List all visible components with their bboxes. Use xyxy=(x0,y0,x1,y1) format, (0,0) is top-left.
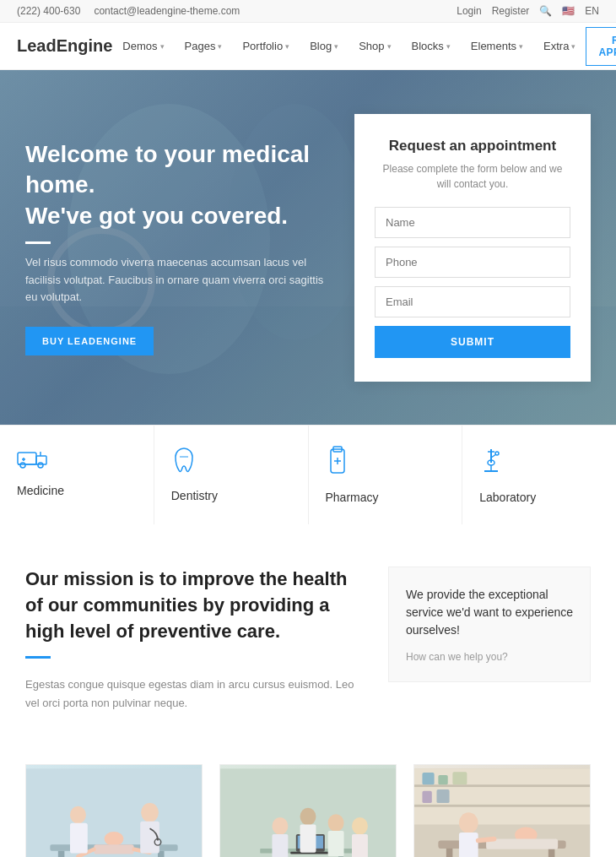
hero-section: Welcome to your medical home.We've got y… xyxy=(0,70,616,425)
hero-title: Welcome to your medical home.We've got y… xyxy=(25,139,329,231)
svg-rect-36 xyxy=(70,822,88,853)
hero-divider xyxy=(25,241,51,244)
name-input[interactable] xyxy=(375,207,570,238)
topbar-actions: Login Register 🔍 🇺🇸 EN xyxy=(457,5,599,17)
ambulance-icon xyxy=(17,446,47,475)
nav-demos[interactable]: Demos ▾ xyxy=(112,23,174,70)
svg-rect-50 xyxy=(328,831,344,856)
microscope-icon xyxy=(479,446,503,482)
card-pediatric[interactable]: Pediatric care Egestas congue quisque eg… xyxy=(25,764,203,857)
svg-point-45 xyxy=(272,817,288,835)
hero-text: Vel risus commodo viverra maecenas accum… xyxy=(25,254,329,306)
svg-rect-61 xyxy=(436,789,449,803)
card-staff[interactable]: Qualified staff Laoreet id donec ultrice… xyxy=(219,764,397,857)
request-appointment-button[interactable]: REQUEST APPOINTMENT xyxy=(586,27,616,66)
svg-rect-66 xyxy=(486,838,558,849)
register-link[interactable]: Register xyxy=(492,5,530,17)
service-laboratory[interactable]: Laboratory xyxy=(462,426,616,524)
nav-pages[interactable]: Pages ▾ xyxy=(175,23,233,70)
svg-rect-34 xyxy=(140,821,159,853)
svg-rect-46 xyxy=(272,833,288,857)
svg-point-29 xyxy=(105,832,124,846)
topbar: (222) 400-630 contact@leadengine-theme.c… xyxy=(0,0,616,23)
svg-rect-48 xyxy=(300,824,316,852)
phone-input[interactable] xyxy=(375,247,570,278)
svg-line-69 xyxy=(478,838,494,840)
service-dentistry[interactable]: Dentistry xyxy=(154,426,309,524)
svg-rect-55 xyxy=(414,784,590,787)
lang-label[interactable]: EN xyxy=(585,5,599,17)
svg-point-35 xyxy=(70,805,86,823)
mission-divider xyxy=(25,656,51,659)
email-input[interactable] xyxy=(375,286,570,317)
cards-section: Pediatric care Egestas congue quisque eg… xyxy=(0,756,616,857)
appointment-title: Request an appointment xyxy=(375,138,570,155)
mission-section: Our mission is to improve the health of … xyxy=(0,524,616,756)
svg-rect-63 xyxy=(446,848,453,857)
svg-rect-58 xyxy=(438,775,447,784)
submit-button[interactable]: SUBMIT xyxy=(375,326,570,358)
service-pharmacy-label: Pharmacy xyxy=(326,491,379,504)
nav-extra[interactable]: Extra ▾ xyxy=(533,23,586,70)
svg-point-49 xyxy=(328,814,344,832)
card-staff-image xyxy=(220,765,396,857)
chevron-down-icon: ▾ xyxy=(519,42,523,51)
svg-rect-56 xyxy=(414,804,590,806)
nav-portfolio[interactable]: Portfolio ▾ xyxy=(232,23,300,70)
service-medicine-label: Medicine xyxy=(17,484,64,497)
mission-left: Our mission is to improve the health of … xyxy=(25,567,354,713)
appointment-subtitle: Please complete the form below and we wi… xyxy=(375,161,570,192)
pharmacy-icon xyxy=(326,446,349,482)
chevron-down-icon: ▾ xyxy=(334,42,338,51)
svg-rect-60 xyxy=(422,790,431,802)
svg-point-67 xyxy=(459,812,478,833)
chevron-down-icon: ▾ xyxy=(160,42,165,51)
chevron-down-icon: ▾ xyxy=(387,42,392,51)
svg-point-8 xyxy=(38,463,43,468)
svg-point-7 xyxy=(20,463,25,468)
svg-point-33 xyxy=(141,803,159,822)
services-bar: Medicine Dentistry Pharmacy xyxy=(0,425,616,524)
svg-point-24 xyxy=(495,452,499,455)
login-link[interactable]: Login xyxy=(457,5,481,17)
appointment-fields: SUBMIT xyxy=(375,207,570,358)
chevron-down-icon: ▾ xyxy=(446,42,451,51)
svg-rect-64 xyxy=(548,848,555,857)
chevron-down-icon: ▾ xyxy=(571,42,575,51)
card-physio[interactable]: Physiotherapy center Egestas congue quis… xyxy=(413,764,591,857)
svg-rect-27 xyxy=(58,850,65,857)
nav-elements[interactable]: Elements ▾ xyxy=(461,23,533,70)
card-pediatric-image xyxy=(26,765,202,857)
mission-text: Egestas congue quisque egestas diam in a… xyxy=(25,675,354,713)
mission-right-title: We provide the exceptional service we'd … xyxy=(406,586,573,639)
chevron-down-icon: ▾ xyxy=(285,42,289,51)
logo[interactable]: LeadEngine xyxy=(17,36,112,56)
service-pharmacy[interactable]: Pharmacy xyxy=(309,426,463,524)
service-medicine[interactable]: Medicine xyxy=(0,426,154,524)
nav-blog[interactable]: Blog ▾ xyxy=(300,23,349,70)
topbar-phone: (222) 400-630 xyxy=(17,5,80,17)
svg-point-51 xyxy=(352,817,368,835)
nav-shop[interactable]: Shop ▾ xyxy=(349,23,401,70)
nav-blocks[interactable]: Blocks ▾ xyxy=(402,23,461,70)
mission-help-link[interactable]: How can we help you? xyxy=(406,651,508,663)
flag-icon: 🇺🇸 xyxy=(562,5,575,17)
tooth-icon xyxy=(171,446,197,480)
svg-rect-68 xyxy=(459,833,478,857)
card-physio-image xyxy=(414,765,590,857)
svg-point-47 xyxy=(300,807,316,825)
svg-rect-30 xyxy=(94,844,133,854)
chevron-down-icon: ▾ xyxy=(218,42,222,51)
appointment-form: Request an appointment Please complete t… xyxy=(354,114,591,382)
svg-rect-4 xyxy=(18,453,36,464)
service-laboratory-label: Laboratory xyxy=(479,491,536,504)
service-dentistry-label: Dentistry xyxy=(171,489,218,502)
main-nav: Demos ▾ Pages ▾ Portfolio ▾ Blog ▾ Shop … xyxy=(112,23,586,70)
buy-leadengine-button[interactable]: BUY LEADENGINE xyxy=(25,327,154,355)
topbar-contact: (222) 400-630 contact@leadengine-theme.c… xyxy=(17,5,240,17)
header: LeadEngine Demos ▾ Pages ▾ Portfolio ▾ B… xyxy=(0,23,616,70)
mission-title: Our mission is to improve the health of … xyxy=(25,567,354,644)
mission-right: We provide the exceptional service we'd … xyxy=(388,567,591,682)
search-icon[interactable]: 🔍 xyxy=(539,5,552,17)
hero-content: Welcome to your medical home.We've got y… xyxy=(0,97,354,399)
